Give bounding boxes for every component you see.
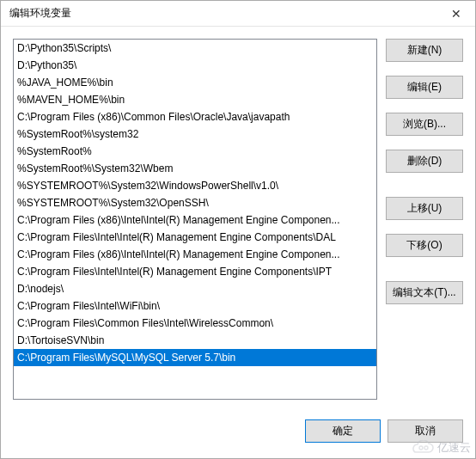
edit-text-button[interactable]: 编辑文本(T)... xyxy=(386,281,463,304)
ok-button[interactable]: 确定 xyxy=(305,419,381,443)
edit-button[interactable]: 编辑(E) xyxy=(386,76,463,99)
titlebar: 编辑环境变量 ✕ xyxy=(1,1,475,27)
path-listbox[interactable]: D:\Python35\Scripts\D:\Python35\%JAVA_HO… xyxy=(13,39,377,400)
list-item[interactable]: %MAVEN_HOME%\bin xyxy=(14,91,376,108)
browse-button[interactable]: 浏览(B)... xyxy=(386,113,463,136)
list-item[interactable]: %SystemRoot%\system32 xyxy=(14,125,376,143)
close-icon: ✕ xyxy=(451,7,461,21)
list-item[interactable]: C:\Program Files\Intel\Intel(R) Manageme… xyxy=(14,229,376,246)
list-item[interactable]: C:\Program Files (x86)\Intel\Intel(R) Ma… xyxy=(14,246,376,263)
close-button[interactable]: ✕ xyxy=(437,1,475,26)
list-item[interactable]: D:\nodejs\ xyxy=(14,280,376,297)
list-item[interactable]: %SystemRoot% xyxy=(14,143,376,160)
move-down-button[interactable]: 下移(O) xyxy=(386,234,463,257)
dialog-body: D:\Python35\Scripts\D:\Python35\%JAVA_HO… xyxy=(1,27,475,415)
cancel-button[interactable]: 取消 xyxy=(388,419,463,443)
list-item[interactable]: %SYSTEMROOT%\System32\OpenSSH\ xyxy=(14,194,376,211)
list-item[interactable]: D:\Python35\ xyxy=(14,57,376,74)
list-item[interactable]: C:\Program Files\Intel\Intel(R) Manageme… xyxy=(14,263,376,280)
list-item[interactable]: C:\Program Files\MySQL\MySQL Server 5.7\… xyxy=(14,349,376,366)
move-up-button[interactable]: 上移(U) xyxy=(386,197,463,220)
new-button[interactable]: 新建(N) xyxy=(386,39,463,62)
list-item[interactable]: C:\Program Files (x86)\Intel\Intel(R) Ma… xyxy=(14,211,376,229)
dialog-footer: 确定 取消 xyxy=(1,415,475,458)
list-item[interactable]: %SYSTEMROOT%\System32\WindowsPowerShell\… xyxy=(14,177,376,194)
list-item[interactable]: C:\Program Files\Common Files\Intel\Wire… xyxy=(14,315,376,332)
list-item[interactable]: D:\Python35\Scripts\ xyxy=(14,40,376,57)
list-item[interactable]: %JAVA_HOME%\bin xyxy=(14,74,376,91)
window-title: 编辑环境变量 xyxy=(9,6,71,21)
list-item[interactable]: %SystemRoot%\System32\Wbem xyxy=(14,160,376,177)
delete-button[interactable]: 删除(D) xyxy=(386,150,463,173)
list-item[interactable]: C:\Program Files\Intel\WiFi\bin\ xyxy=(14,297,376,315)
list-item[interactable]: C:\Program Files (x86)\Common Files\Orac… xyxy=(14,108,376,125)
side-buttons: 新建(N) 编辑(E) 浏览(B)... 删除(D) 上移(U) 下移(O) 编… xyxy=(386,39,463,415)
list-item[interactable]: D:\TortoiseSVN\bin xyxy=(14,332,376,349)
dialog-window: 编辑环境变量 ✕ D:\Python35\Scripts\D:\Python35… xyxy=(0,0,476,459)
